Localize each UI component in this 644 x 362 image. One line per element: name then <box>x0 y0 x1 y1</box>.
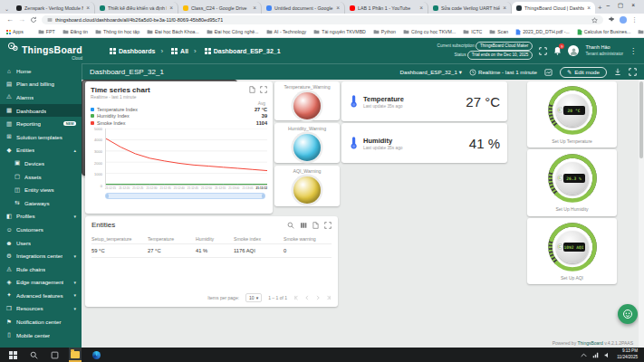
back-button[interactable]: ← <box>6 16 14 24</box>
sidebar-item-customers[interactable]: ☺Customers <box>0 223 82 236</box>
sidebar-item-devices[interactable]: ▣Devices <box>0 157 82 170</box>
legend-item-temperature[interactable]: Temperature Index27 °C <box>91 106 267 113</box>
knob-c-button[interactable]: C <box>557 175 563 181</box>
previous-page-icon[interactable] <box>304 295 310 300</box>
notifications-button[interactable]: 9 <box>553 46 562 55</box>
items-per-page-select[interactable]: 10▾ <box>245 293 262 302</box>
edit-mode-button[interactable]: ✎Edit mode <box>560 67 607 78</box>
dashboard-select[interactable]: Dashboard_ESP_32_1▾ <box>400 69 462 75</box>
knob-c-button[interactable]: C <box>557 243 563 250</box>
avatar[interactable] <box>568 45 579 56</box>
reload-icon[interactable] <box>30 16 37 24</box>
new-tab-button[interactable]: + <box>598 4 602 12</box>
knob-c-button[interactable]: C <box>557 107 563 113</box>
breadcrumb-all[interactable]: All <box>160 47 188 55</box>
bookmark-folder[interactable]: Đăng tin <box>62 29 88 34</box>
maximize-button[interactable]: ▢ <box>618 2 623 9</box>
search-icon[interactable] <box>287 222 294 229</box>
all-bookmarks[interactable]: All Bookmarks <box>638 29 644 34</box>
scrollbar-thumb[interactable] <box>639 81 643 158</box>
knob-control[interactable]: C 20 °C <box>546 84 599 137</box>
close-button[interactable]: × <box>631 2 635 9</box>
sidebar-item-alarms[interactable]: ⚠Alarms <box>0 90 82 104</box>
sidebar-item-dashboards[interactable]: ▦Dashboards <box>0 104 82 118</box>
bookmark-star-icon[interactable] <box>591 17 598 24</box>
knob-control[interactable]: C 1092 AQI <box>546 221 599 273</box>
tab-close-icon[interactable] <box>253 5 256 11</box>
fullscreen-icon[interactable] <box>324 222 332 229</box>
datazoom-handle-left[interactable] <box>106 194 109 198</box>
support-fab[interactable] <box>618 304 638 324</box>
sidebar-item-edge-management[interactable]: ◈Edge management <box>0 276 82 290</box>
bookmark-apps[interactable]: Apps <box>6 29 24 34</box>
bookmark-folder[interactable]: Đại học Công nghệ... <box>207 29 259 34</box>
browser-tab-active[interactable]: ThingsBoard Cloud | Dashboa <box>512 2 595 14</box>
tab-close-icon[interactable] <box>419 5 423 11</box>
export-icon[interactable] <box>249 86 255 93</box>
sidebar-item-entities[interactable]: ◆Entities <box>0 144 82 157</box>
column-header[interactable]: Smoke warning <box>284 236 332 242</box>
edge-button[interactable] <box>90 348 102 362</box>
bookmark-folder[interactable]: Đại học Bách Khoa... <box>147 29 199 34</box>
fullscreen-icon[interactable] <box>539 47 547 55</box>
page-scrollbar[interactable] <box>639 80 644 348</box>
download-icon[interactable] <box>614 68 621 76</box>
tab-search-chevron-icon[interactable]: ⌄ <box>5 5 9 12</box>
column-header[interactable]: Smoke index <box>234 236 284 242</box>
browser-tab[interactable]: Thiết kế điều khiển và định hư <box>95 2 178 14</box>
tab-close-icon[interactable] <box>503 5 506 11</box>
bookmark-folder[interactable]: FPT <box>38 29 55 34</box>
sidebar-item-advanced-features[interactable]: ✦Advanced features <box>0 289 82 302</box>
bookmark-folder[interactable]: Công cụ học TKVM... <box>403 29 456 34</box>
bookmark-folder[interactable]: AI - Technology <box>266 29 307 34</box>
site-info-icon[interactable] <box>47 17 53 23</box>
taskbar-search-button[interactable] <box>27 348 40 362</box>
sidebar-item-profiles[interactable]: ◧Profiles <box>0 210 82 224</box>
sidebar-item-reporting[interactable]: ▥ReportingNEW <box>0 117 82 130</box>
sidebar-item-resources[interactable]: ❒Resources <box>0 302 82 316</box>
sidebar-item-rule-chains[interactable]: ◬Rule chains <box>0 262 82 276</box>
bookmark-folder[interactable]: Python <box>373 29 396 34</box>
browser-tab[interactable]: Class_C24 - Google Drive <box>178 2 262 14</box>
task-view-button[interactable] <box>48 348 61 362</box>
sidebar-item-solution-templates[interactable]: ⊞Solution templates <box>0 130 82 144</box>
last-page-icon[interactable] <box>326 295 332 300</box>
column-header[interactable]: Setup_temperature <box>91 236 148 242</box>
columns-icon[interactable] <box>300 222 307 229</box>
url-field[interactable]: thingsboard.cloud/dashboards/all/4b26a5d… <box>42 15 603 24</box>
export-icon[interactable] <box>312 222 319 229</box>
tab-close-icon[interactable] <box>169 5 173 11</box>
time-window-button[interactable]: Realtime - last 1 minute <box>469 69 537 76</box>
fullscreen-icon[interactable] <box>629 68 637 76</box>
header-menu-icon[interactable]: ⋮ <box>630 47 637 55</box>
bookmark-folder[interactable]: ICTC <box>463 29 482 34</box>
volume-icon[interactable] <box>604 352 611 358</box>
sidebar-item-plan-and-billing[interactable]: ▤Plan and billing <box>0 78 82 91</box>
legend-item-smoke[interactable]: Smoke Index1104 <box>91 119 267 127</box>
bookmark-folder[interactable]: Scan <box>489 29 508 34</box>
bookmark-pdf[interactable]: 2023_DD_DTH.pdf -... <box>515 29 570 35</box>
breadcrumb-current[interactable]: Dashboard_ESP_32_1 <box>194 47 281 55</box>
extensions-icon[interactable] <box>608 16 615 24</box>
first-page-icon[interactable] <box>293 295 299 300</box>
sidebar-item-users[interactable]: ☻Users <box>0 236 82 250</box>
tab-close-icon[interactable] <box>336 5 340 11</box>
sidebar-item-gateways[interactable]: ⇆Gateways <box>0 196 82 210</box>
file-explorer-button[interactable] <box>69 348 82 362</box>
browser-menu-icon[interactable]: ⋮ <box>631 16 638 24</box>
thingsboard-link[interactable]: ThingsBoard <box>577 340 602 346</box>
datazoom-handle-right[interactable] <box>262 194 264 198</box>
browser-tab[interactable]: LAB 1 Phần 1 - YouTube <box>345 2 428 14</box>
sidebar-item-integrations-center[interactable]: ⚙Integrations center <box>0 249 82 262</box>
sidebar-item-assets[interactable]: ▢Assets <box>0 170 82 184</box>
knob-control[interactable]: C 26.3 % <box>546 152 599 205</box>
sidebar-item-home[interactable]: ⌂Home <box>0 64 82 78</box>
sidebar-item-notification-center[interactable]: ⚑Notification center <box>0 315 82 329</box>
tab-close-icon[interactable] <box>86 5 90 11</box>
browser-tab[interactable]: Untitled document - Google T <box>262 2 345 14</box>
fullscreen-icon[interactable] <box>260 86 267 93</box>
bookmark-doc[interactable]: Calculus for Busines... <box>577 29 631 35</box>
table-row[interactable]: 59 °C 27 °C 41 % 1176 AQI 0 <box>91 244 332 258</box>
knob-face[interactable]: C 26.3 % <box>556 162 589 195</box>
next-page-icon[interactable] <box>315 295 321 300</box>
